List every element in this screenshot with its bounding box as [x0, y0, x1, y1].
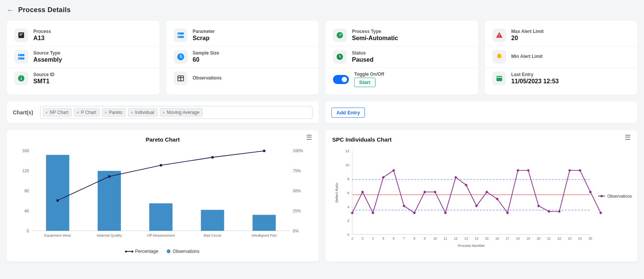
tag-remove-icon[interactable]: × [45, 110, 48, 115]
calendar-icon [492, 72, 506, 85]
chart-tag[interactable]: ×NP Chart [43, 108, 72, 117]
svg-text:23: 23 [568, 237, 572, 240]
svg-rect-3 [18, 54, 25, 56]
last-label: Last Entry [511, 72, 559, 77]
svg-text:11: 11 [444, 237, 447, 240]
source-type-icon [14, 50, 28, 64]
svg-text:10: 10 [345, 163, 349, 167]
tag-remove-icon[interactable]: × [105, 110, 107, 115]
svg-text:24: 24 [578, 237, 582, 240]
svg-text:5: 5 [382, 237, 384, 240]
gauge-icon [333, 28, 347, 42]
tag-remove-icon[interactable]: × [77, 110, 79, 115]
svg-rect-23 [496, 76, 502, 81]
info-card-grid: ProcessA13 Source TypeAssembly Source ID… [7, 21, 637, 95]
svg-rect-2 [20, 35, 22, 36]
svg-text:2: 2 [347, 218, 349, 223]
info-icon [14, 72, 28, 85]
legend-observations[interactable]: Observations [167, 249, 200, 254]
charts-tag-input[interactable]: ×NP Chart×P Chart×Pareto×Individual×Movi… [40, 106, 313, 119]
spc-legend[interactable]: Observations [598, 194, 632, 198]
svg-text:15: 15 [485, 237, 489, 240]
svg-text:6: 6 [347, 191, 349, 195]
svg-text:0: 0 [347, 232, 349, 237]
svg-text:12: 12 [454, 237, 458, 240]
svg-rect-24 [496, 77, 502, 78]
row-max-alert: Max Alert Limit20 [485, 25, 638, 46]
svg-text:Process Number: Process Number [458, 243, 485, 248]
row-process-type: Process TypeSemi-Automatic [325, 25, 478, 46]
chart-menu-icon[interactable]: ☰ [625, 136, 630, 139]
svg-text:80: 80 [25, 189, 29, 193]
add-entry-card: Add Entry [325, 101, 637, 123]
chart-tag[interactable]: ×Moving Average [160, 108, 203, 117]
svg-text:13: 13 [464, 237, 468, 240]
svg-text:Misaligned Part: Misaligned Part [252, 233, 277, 237]
svg-text:3: 3 [362, 237, 364, 240]
svg-text:8: 8 [413, 237, 415, 240]
svg-text:Defect Ratio: Defect Ratio [335, 183, 339, 203]
toggle-switch[interactable] [333, 75, 349, 84]
legend-percentage[interactable]: Percentage [126, 249, 158, 254]
svg-point-6 [19, 58, 20, 59]
svg-text:19: 19 [527, 237, 530, 240]
svg-text:160: 160 [22, 148, 29, 153]
charts-selector-label: Chart(s) [13, 109, 33, 115]
mid-row: Chart(s) ×NP Chart×P Chart×Pareto×Indivi… [7, 101, 637, 123]
pareto-chart-card: ☰ Pareto Chart 040801201600%25%50%75%100… [7, 130, 319, 262]
max-label: Max Alert Limit [511, 29, 544, 34]
start-button[interactable]: Start [354, 78, 375, 87]
svg-text:18: 18 [516, 237, 520, 240]
svg-text:25%: 25% [293, 209, 301, 213]
card-source: ProcessA13 Source TypeAssembly Source ID… [7, 21, 159, 95]
svg-rect-10 [177, 33, 184, 35]
svg-point-48 [56, 199, 59, 202]
svg-text:2: 2 [351, 237, 353, 240]
min-label: Min Alert Limit [511, 54, 543, 59]
svg-rect-42 [149, 203, 172, 231]
svg-point-12 [178, 33, 179, 34]
row-source-type: Source TypeAssembly [7, 46, 159, 67]
chart-tag[interactable]: ×Pareto [102, 108, 126, 117]
last-value: 11/05/2023 12:53 [511, 78, 559, 85]
ptype-value: Semi-Automatic [352, 35, 398, 42]
svg-rect-9 [21, 76, 22, 77]
svg-rect-26 [500, 75, 501, 76]
row-process: ProcessA13 [7, 25, 159, 46]
svg-text:Equipment Wear: Equipment Wear [44, 233, 72, 237]
add-entry-button[interactable]: Add Entry [331, 108, 365, 118]
svg-text:25: 25 [589, 237, 592, 240]
status-value: Paused [352, 56, 374, 63]
svg-point-5 [19, 55, 20, 55]
tag-remove-icon[interactable]: × [163, 110, 165, 115]
chart-tag[interactable]: ×P Chart [74, 108, 100, 117]
back-arrow-icon[interactable]: ← [7, 7, 14, 14]
chart-tag[interactable]: ×Individual [128, 108, 158, 117]
card-limits: Max Alert Limit20 Min Alert Limit Last E… [485, 21, 638, 95]
chart-menu-icon[interactable]: ☰ [306, 136, 312, 139]
pareto-title: Pareto Chart [14, 136, 312, 143]
process-icon [14, 28, 28, 42]
svg-text:21: 21 [547, 237, 551, 240]
svg-text:17: 17 [506, 237, 510, 240]
svg-rect-22 [499, 36, 500, 37]
svg-rect-46 [253, 215, 276, 231]
svg-text:12: 12 [345, 149, 349, 153]
charts-selector-card: Chart(s) ×NP Chart×P Chart×Pareto×Indivi… [7, 101, 319, 123]
sample-value: 60 [193, 56, 219, 63]
pareto-chart: 040801201600%25%50%75%100%Equipment Wear… [14, 147, 312, 245]
svg-rect-21 [499, 34, 500, 36]
sample-label: Sample Size [193, 50, 219, 56]
svg-text:4: 4 [347, 205, 350, 209]
svg-rect-44 [201, 210, 224, 231]
spc-chart: 0246810122345678910111213141516171819202… [332, 147, 630, 253]
tag-remove-icon[interactable]: × [131, 110, 133, 115]
source-type-label: Source Type [33, 50, 62, 56]
svg-point-19 [339, 35, 341, 36]
svg-text:22: 22 [558, 237, 561, 240]
svg-rect-38 [46, 155, 69, 231]
max-value: 20 [511, 35, 544, 42]
row-source-id: Source IDSMT1 [7, 67, 159, 89]
row-observations: Observations [166, 67, 319, 89]
svg-text:8: 8 [347, 177, 349, 181]
